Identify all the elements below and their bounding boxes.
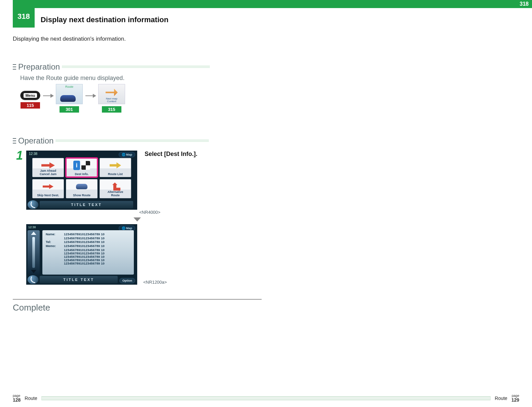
- clock-label: 12:38: [29, 152, 37, 156]
- navimap-thumbnail-label: Navi map Context: [106, 97, 117, 104]
- footer-section-left: Route: [25, 396, 37, 401]
- step-instruction: Select [Dest Info.].: [145, 151, 197, 158]
- prep-item-menu: Menu 115: [20, 84, 40, 109]
- ref-badge-315: 315: [102, 106, 121, 113]
- checker-flag-icon: [81, 161, 90, 170]
- red-arrow-icon: [43, 184, 53, 189]
- preparation-sequence: Menu 115 Route 301 Navi map Context 315: [20, 84, 125, 113]
- scroll-thumb: [32, 237, 35, 268]
- nav-tile-grid: Jam Ahead Cancel Jam i Dest Info. Route …: [32, 158, 131, 198]
- branch-arrow-icon: [110, 182, 120, 191]
- tile-skip-next: Skip Next Dest.: [32, 179, 64, 198]
- route-thumbnail-label: Route: [56, 85, 82, 88]
- scroll-down-icon: [31, 270, 36, 273]
- option-pill: Option: [119, 278, 135, 283]
- nav-screenshot-destinfo: 12:38 🌐 Map Name:12345678910123456789 10…: [26, 224, 137, 285]
- tile-show-route: Show Route: [66, 179, 98, 198]
- navimap-thumbnail: Navi map Context: [98, 84, 125, 104]
- car-icon: [60, 95, 76, 102]
- complete-label: Complete: [13, 302, 50, 313]
- menu-button-label: Menu: [24, 93, 37, 98]
- sequence-arrow-icon: [85, 93, 96, 98]
- map-pill: 🌐 Map: [119, 152, 136, 157]
- top-page-number: 318: [520, 1, 529, 7]
- preparation-note: Have the Route guide menu displayed.: [20, 75, 124, 82]
- route-thumbnail: Route: [56, 84, 83, 104]
- ref-badge-301: 301: [60, 106, 79, 113]
- tile-dest-info: i Dest Info.: [66, 158, 98, 177]
- prep-item-navimap: Navi map Context 315: [98, 84, 125, 113]
- orange-arrow-icon: [106, 89, 118, 96]
- down-arrow-icon: [134, 217, 141, 222]
- nav-screenshot-menu: 12:38 🌐 Map Jam Ahead Cancel Jam i Dest …: [26, 151, 137, 210]
- heading-bars-icon: [13, 137, 16, 145]
- footer-stripe-pattern: [41, 396, 491, 400]
- screenshot-caption-2: <NR1200a>: [143, 280, 167, 285]
- section-number-badge: 318: [13, 8, 35, 28]
- top-page-number-bar: 318: [13, 0, 532, 8]
- prep-item-route: Route 301: [56, 84, 83, 113]
- heading-rule: [55, 139, 209, 142]
- operation-heading: Operation: [13, 136, 209, 146]
- screen-title-bar: TITLE TEXT: [40, 201, 133, 208]
- red-arrow-icon: [41, 162, 55, 168]
- page-title: Display next destination information: [41, 15, 168, 24]
- operation-step-1: 1 12:38 🌐 Map Jam Ahead Cancel Jam i: [16, 151, 197, 285]
- preparation-heading-label: Preparation: [18, 62, 60, 72]
- divider-line: [13, 299, 262, 299]
- heading-bars-icon: [13, 63, 16, 71]
- sequence-arrow-icon: [43, 93, 53, 98]
- operation-heading-label: Operation: [18, 136, 53, 146]
- right-page-number: page 129: [511, 394, 519, 402]
- screenshot-caption-1: <NR4000>: [139, 210, 160, 215]
- car-icon: [76, 184, 87, 189]
- tile-alt-route: Alternative Route: [100, 179, 131, 198]
- scroll-bar: [28, 230, 40, 275]
- tile-route-list: Route List: [100, 158, 131, 177]
- footer-section-right: Route: [495, 396, 507, 401]
- tile-jam-ahead: Jam Ahead Cancel Jam: [32, 158, 64, 177]
- ref-badge-115: 115: [21, 102, 40, 109]
- screen-title-bar: TITLE TEXT: [40, 276, 118, 283]
- menu-button-graphic: Menu: [20, 91, 40, 100]
- info-icon: i: [73, 161, 80, 170]
- scroll-up-icon: [31, 232, 36, 235]
- clock-label: 12:38: [28, 226, 36, 229]
- back-button-icon: [28, 200, 38, 209]
- dest-info-panel: Name:12345678910123456789 10 12345678910…: [42, 230, 134, 275]
- page-footer: page 128 Route Route page 129: [13, 394, 519, 402]
- heading-rule: [62, 66, 210, 68]
- back-button-icon: [28, 275, 38, 284]
- page-header: 318 Display next destination information: [13, 10, 168, 30]
- step-number: 1: [16, 149, 23, 163]
- preparation-heading: Preparation: [13, 62, 210, 72]
- left-page-number: page 128: [13, 394, 21, 402]
- intro-text: Displaying the next destination's inform…: [13, 36, 126, 42]
- yellow-arrow-icon: [110, 162, 121, 168]
